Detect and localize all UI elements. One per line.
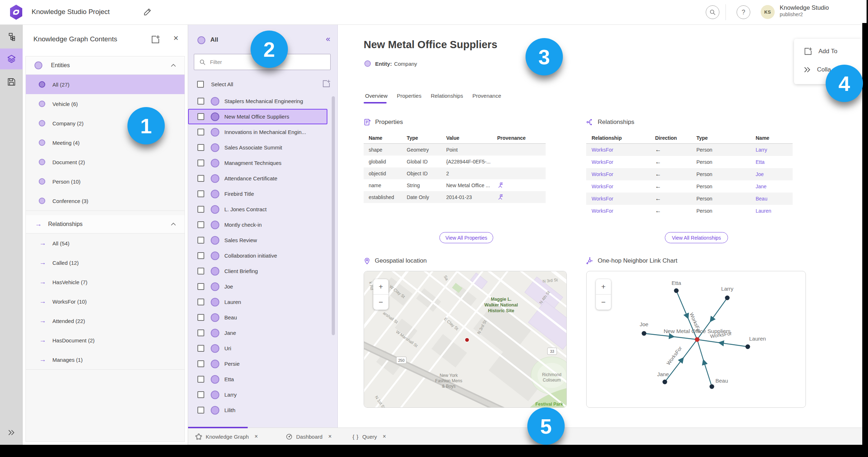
list-item[interactable]: Lauren: [188, 294, 327, 310]
relationship-link[interactable]: WorksFor: [592, 196, 655, 202]
tab-relationships[interactable]: Relationships: [431, 93, 463, 99]
zoom-in-button[interactable]: +: [596, 279, 611, 295]
item-checkbox[interactable]: [197, 160, 204, 166]
zoom-in-button[interactable]: +: [373, 279, 388, 295]
list-scrollbar[interactable]: [332, 96, 335, 335]
node-beau[interactable]: [710, 384, 714, 389]
related-name-link[interactable]: Beau: [756, 196, 798, 202]
help-button[interactable]: ?: [737, 5, 750, 19]
item-checkbox[interactable]: [197, 360, 204, 367]
item-checkbox[interactable]: [197, 314, 204, 321]
tab-query[interactable]: { } Query ×: [353, 428, 386, 445]
related-name-link[interactable]: Larry: [756, 147, 798, 153]
relationships-section-header[interactable]: → Relationships: [26, 215, 185, 234]
item-checkbox[interactable]: [197, 407, 204, 414]
entity-type-row[interactable]: Conference (3): [26, 191, 185, 211]
node-center[interactable]: [695, 337, 700, 342]
select-all-checkbox[interactable]: [197, 81, 204, 88]
tab-provenance[interactable]: Provenance: [472, 93, 501, 99]
view-all-properties-button[interactable]: View All Properties: [439, 232, 493, 243]
list-item[interactable]: Lilith: [188, 402, 327, 418]
related-name-link[interactable]: Etta: [756, 159, 798, 165]
list-item[interactable]: Collaboration initiative: [188, 248, 327, 263]
node-joe[interactable]: [642, 331, 647, 336]
item-checkbox[interactable]: [197, 144, 204, 151]
list-item[interactable]: Beau: [188, 310, 327, 325]
collapse-button[interactable]: Colla: [803, 66, 831, 73]
tab-properties[interactable]: Properties: [397, 93, 421, 99]
expand-rail-icon[interactable]: [0, 424, 23, 441]
geospatial-map[interactable]: + −: [364, 271, 567, 408]
relationship-link[interactable]: WorksFor: [592, 208, 655, 214]
item-checkbox[interactable]: [197, 129, 204, 135]
close-tab-icon[interactable]: ×: [255, 433, 258, 440]
relationship-type-row[interactable]: → Manages (1): [26, 350, 185, 369]
chevron-up-icon[interactable]: [171, 223, 176, 226]
provenance-flag-icon[interactable]: [497, 194, 503, 200]
add-to-button[interactable]: Add To: [803, 47, 837, 56]
user-avatar[interactable]: KS: [761, 5, 775, 19]
item-checkbox[interactable]: [197, 376, 204, 383]
relationship-type-row[interactable]: → HasVehicle (7): [26, 272, 185, 292]
relationship-type-row[interactable]: → Attended (22): [26, 311, 185, 331]
list-item[interactable]: Managment Techniques: [188, 155, 327, 171]
related-name-link[interactable]: Lauren: [756, 208, 798, 214]
item-checkbox[interactable]: [197, 175, 204, 182]
chevron-up-icon[interactable]: [171, 64, 176, 67]
relationship-type-row[interactable]: → HasDocument (2): [26, 331, 185, 350]
item-checkbox[interactable]: [197, 268, 204, 274]
list-item[interactable]: Montly check-in: [188, 217, 327, 232]
item-checkbox[interactable]: [197, 221, 204, 228]
user-info[interactable]: Knowledge Studio publisher2: [780, 4, 829, 18]
add-selection-icon[interactable]: [322, 79, 331, 88]
item-checkbox[interactable]: [197, 299, 204, 305]
hierarchy-icon[interactable]: [0, 27, 23, 47]
node-larry[interactable]: [725, 296, 730, 300]
item-checkbox[interactable]: [197, 206, 204, 213]
list-item[interactable]: New Metal Office Suppliers: [188, 109, 327, 124]
close-panel-icon[interactable]: ×: [173, 33, 178, 43]
node-lauren[interactable]: [746, 345, 750, 349]
provenance-flag-icon[interactable]: [497, 182, 503, 188]
entity-type-row[interactable]: Person (10): [26, 172, 185, 191]
relationship-type-row[interactable]: → WorksFor (10): [26, 292, 185, 311]
tab-dashboard[interactable]: Dashboard ×: [286, 428, 332, 445]
zoom-out-button[interactable]: −: [596, 295, 611, 310]
view-all-relationships-button[interactable]: View All Relationships: [665, 232, 728, 243]
list-item[interactable]: Jane: [188, 325, 327, 341]
entity-type-row[interactable]: Vehicle (6): [26, 94, 185, 114]
list-item[interactable]: Attendance Certificate: [188, 171, 327, 186]
save-icon[interactable]: [0, 71, 23, 92]
item-checkbox[interactable]: [197, 237, 204, 244]
relationship-type-row[interactable]: → All (54): [26, 234, 185, 253]
entities-section-header[interactable]: Entities: [26, 56, 185, 75]
related-name-link[interactable]: Joe: [756, 171, 798, 177]
relationship-link[interactable]: WorksFor: [592, 184, 655, 189]
node-jane[interactable]: [663, 380, 667, 384]
list-item[interactable]: Staplers Mechanical Engineering: [188, 93, 327, 109]
list-item[interactable]: Etta: [188, 371, 327, 387]
list-item[interactable]: Firebird Title: [188, 186, 327, 202]
relationship-link[interactable]: WorksFor: [592, 171, 655, 177]
relationship-link[interactable]: WorksFor: [592, 159, 655, 165]
item-checkbox[interactable]: [197, 113, 204, 120]
list-item[interactable]: Larry: [188, 387, 327, 402]
item-checkbox[interactable]: [197, 190, 204, 197]
relationship-type-row[interactable]: → Called (12): [26, 253, 185, 272]
link-chart[interactable]: + −: [586, 271, 806, 408]
tab-knowledge-graph[interactable]: Knowledge Graph ×: [195, 428, 258, 445]
close-tab-icon[interactable]: ×: [383, 433, 386, 440]
close-tab-icon[interactable]: ×: [328, 433, 331, 440]
entity-type-row[interactable]: All (27): [26, 75, 185, 94]
zoom-out-button[interactable]: −: [373, 295, 388, 310]
list-item[interactable]: Persie: [188, 356, 327, 371]
edit-title-icon[interactable]: [143, 7, 152, 17]
list-item[interactable]: Client Briefing: [188, 263, 327, 279]
item-checkbox[interactable]: [197, 252, 204, 259]
item-checkbox[interactable]: [197, 345, 204, 352]
list-item[interactable]: Innovations in Mechanical Engin...: [188, 124, 327, 140]
item-checkbox[interactable]: [197, 391, 204, 398]
item-checkbox[interactable]: [197, 98, 204, 105]
related-name-link[interactable]: Jane: [756, 184, 798, 189]
list-item[interactable]: Sales Review: [188, 232, 327, 248]
